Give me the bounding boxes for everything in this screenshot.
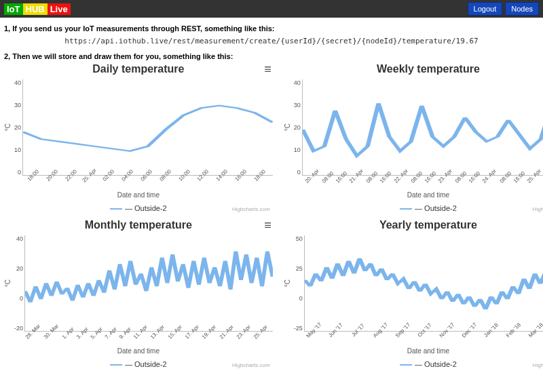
nav: Logout Nodes: [468, 2, 539, 16]
intro-line-1: 1, If you send us your IoT measurements …: [4, 24, 539, 33]
y-axis-label: °C: [284, 279, 291, 287]
y-axis-ticks: 403020100: [293, 77, 302, 178]
plot-area: [304, 235, 543, 332]
chart-weekly: ≡Weekly temperature°C40302010020. Apr08:…: [284, 63, 543, 212]
logo-iot: IoT: [4, 3, 23, 15]
y-axis-label: °C: [4, 279, 12, 287]
chart-credit: Highcharts.com: [533, 206, 543, 212]
legend: — Outside-2: [284, 360, 543, 368]
x-axis-label: Date and time: [284, 347, 543, 355]
y-axis-label: °C: [284, 123, 291, 131]
x-axis-label: Date and time: [4, 191, 273, 199]
y-axis-ticks: 40200-20: [13, 233, 24, 334]
chart-title: Daily temperature: [4, 63, 273, 75]
chart-credit: Highcharts.com: [533, 362, 543, 368]
logo-hub: HUB: [23, 3, 48, 15]
chart-title: Yearly temperature: [284, 219, 543, 231]
y-axis-ticks: 50250-25: [293, 233, 304, 334]
chart-monthly: ≡Monthly temperature°C40200-2028. Mar30.…: [4, 219, 273, 368]
plot-area: [24, 235, 273, 332]
nodes-button[interactable]: Nodes: [505, 2, 539, 16]
api-example: https://api.iothub.live/rest/measurement…: [4, 37, 539, 45]
chart-title: Monthly temperature: [4, 219, 273, 231]
chart-credit: Highcharts.com: [232, 362, 270, 368]
logo: IoT HUB Live: [4, 3, 71, 15]
chart-yearly: ≡Yearly temperature°C50250-25May '17Jun …: [284, 219, 543, 368]
chart-title: Weekly temperature: [284, 63, 543, 75]
x-axis-label: Date and time: [284, 191, 543, 199]
top-bar: IoT HUB Live Logout Nodes: [0, 0, 543, 18]
x-axis-ticks: 18:0020:0022:0025. Apr02:0004:0006:0008:…: [27, 177, 273, 183]
chart-daily: ≡Daily temperature°C40302010018:0020:002…: [4, 63, 273, 212]
plot-area: [22, 79, 273, 176]
charts-grid: ≡Daily temperature°C40302010018:0020:002…: [4, 63, 539, 368]
y-axis-label: °C: [4, 123, 12, 131]
plot-area: [302, 79, 543, 176]
legend: — Outside-2: [284, 204, 543, 212]
x-axis-ticks: May '17Jun '17Jul '17Aug '17Sep '17Oct '…: [307, 333, 543, 339]
y-axis-ticks: 403020100: [13, 77, 22, 178]
chart-credit: Highcharts.com: [232, 206, 270, 212]
x-axis-ticks: 20. Apr08:0016:0021. Apr08:0016:0022. Ap…: [307, 177, 543, 183]
logout-button[interactable]: Logout: [468, 2, 503, 16]
logo-live: Live: [48, 3, 71, 15]
x-axis-ticks: 28. Mar30. Mar1. Apr3. Apr5. Apr7. Apr9.…: [27, 333, 273, 339]
intro-line-2: 2, Then we will store and draw them for …: [4, 52, 539, 60]
page-content: 1, If you send us your IoT measurements …: [0, 18, 543, 368]
chart-menu-icon[interactable]: ≡: [264, 220, 272, 230]
x-axis-label: Date and time: [4, 347, 273, 355]
chart-menu-icon[interactable]: ≡: [264, 64, 272, 74]
